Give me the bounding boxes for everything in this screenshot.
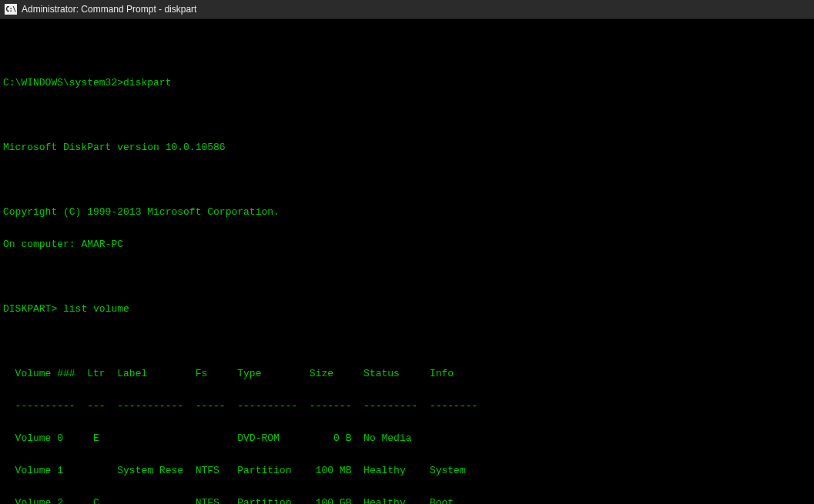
- command-list-volume: DISKPART> list volume: [3, 304, 811, 315]
- titlebar[interactable]: C:\ Administrator: Command Prompt - disk…: [0, 0, 814, 19]
- volume-header: Volume ### Ltr Label Fs Type Size Status…: [3, 369, 811, 379]
- prompt-line: C:\WINDOWS\system32>diskpart: [3, 78, 811, 88]
- volume-divider: ---------- --- ----------- ----- -------…: [3, 401, 811, 412]
- copyright-line: Copyright (C) 1999-2013 Microsoft Corpor…: [3, 207, 811, 218]
- window-title: Administrator: Command Prompt - diskpart: [22, 4, 196, 15]
- volume-row-0: Volume 0 E DVD-ROM 0 B No Media: [3, 433, 811, 444]
- volume-row-2: Volume 2 C NTFS Partition 100 GB Healthy…: [3, 498, 811, 504]
- cmd-icon: C:\: [5, 4, 17, 15]
- diskpart-version: Microsoft DiskPart version 10.0.10586: [3, 142, 811, 153]
- computer-line: On computer: AMAR-PC: [3, 239, 811, 250]
- terminal-output[interactable]: C:\WINDOWS\system32>diskpart Microsoft D…: [0, 19, 814, 504]
- volume-row-1: Volume 1 System Rese NTFS Partition 100 …: [3, 466, 811, 476]
